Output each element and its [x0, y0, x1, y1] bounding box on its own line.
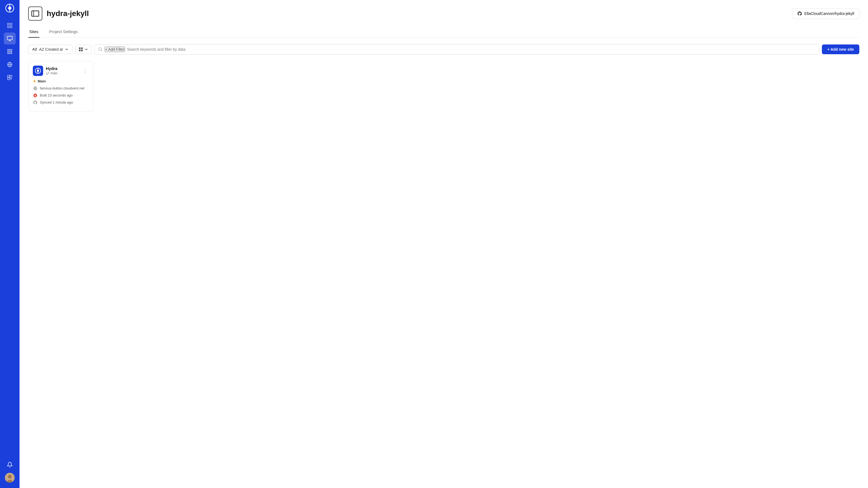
- site-built-time: Built 23 seconds ago: [40, 93, 73, 97]
- sidebar-item-dashboard[interactable]: [4, 20, 16, 31]
- tabs: Sites Project Settings: [28, 26, 859, 38]
- site-domain-row: famous-button.cloudvent.net: [33, 86, 89, 91]
- svg-point-37: [37, 70, 39, 72]
- sort-az-icon: AZ: [32, 47, 37, 51]
- github-link-button[interactable]: EllaCloudCannon/hydra-jekyll: [792, 8, 859, 19]
- site-main-label: Main: [38, 79, 46, 83]
- sidebar-item-apps[interactable]: [4, 45, 16, 58]
- site-domain: famous-button.cloudvent.net: [40, 86, 84, 90]
- add-site-label: + Add new site: [827, 47, 854, 52]
- header-top: hydra-jekyll EllaCloudCannon/hydra-jekyl…: [28, 6, 859, 21]
- sidebar-item-projects[interactable]: [4, 72, 16, 84]
- add-filter-button[interactable]: + Add Filter: [105, 46, 125, 52]
- project-icon: [28, 6, 42, 21]
- sort-label: AZ Created at: [39, 47, 63, 52]
- site-logo: [33, 66, 43, 76]
- tab-project-settings[interactable]: Project Settings: [48, 26, 79, 38]
- search-bar[interactable]: + Add Filter: [94, 44, 819, 55]
- star-icon: ★: [33, 79, 36, 83]
- github-sync-icon: [33, 100, 38, 105]
- svg-point-1: [8, 6, 11, 10]
- site-branch: main: [46, 71, 58, 75]
- site-card-hydra[interactable]: Hydra main: [28, 61, 93, 112]
- svg-line-35: [101, 50, 102, 51]
- site-branch-name: main: [51, 71, 58, 75]
- svg-point-13: [11, 50, 12, 51]
- svg-point-34: [99, 48, 102, 51]
- svg-rect-5: [10, 23, 12, 25]
- site-synced-row: Synced 1 minute ago: [33, 100, 89, 105]
- search-icon: [98, 47, 102, 52]
- project-name: hydra-jekyll: [46, 9, 89, 18]
- sidebar: [0, 0, 20, 488]
- svg-rect-32: [79, 50, 81, 51]
- svg-point-12: [9, 50, 10, 51]
- svg-point-14: [8, 51, 9, 52]
- globe-icon: [33, 86, 38, 91]
- sidebar-nav: [4, 20, 16, 459]
- tab-sites[interactable]: Sites: [28, 26, 39, 38]
- sidebar-item-sites[interactable]: [4, 33, 16, 44]
- chevron-down-icon: [65, 48, 68, 51]
- sidebar-logo: [5, 3, 14, 13]
- sidebar-item-domains[interactable]: [4, 59, 16, 70]
- view-toggle-button[interactable]: [75, 45, 91, 54]
- svg-point-17: [8, 53, 9, 54]
- github-link-label: EllaCloudCannon/hydra-jekyll: [804, 11, 854, 16]
- branch-icon: [46, 72, 50, 75]
- chevron-down-view-icon: [85, 48, 88, 51]
- svg-rect-33: [81, 50, 83, 51]
- svg-rect-6: [8, 26, 9, 28]
- svg-point-16: [11, 51, 12, 52]
- header: hydra-jekyll EllaCloudCannon/hydra-jekyl…: [20, 0, 868, 38]
- svg-point-18: [9, 53, 10, 54]
- site-name: Hydra: [46, 66, 58, 71]
- svg-rect-28: [32, 11, 39, 16]
- svg-rect-23: [10, 75, 12, 77]
- site-star-label: ★ Main: [33, 79, 89, 83]
- content-area: AZ AZ Created at: [20, 38, 868, 488]
- svg-rect-8: [7, 36, 12, 40]
- sort-button[interactable]: AZ AZ Created at: [28, 45, 72, 54]
- main-content: hydra-jekyll EllaCloudCannon/hydra-jekyl…: [20, 0, 868, 488]
- svg-rect-22: [8, 75, 9, 77]
- site-card-header: Hydra main: [33, 66, 89, 76]
- sites-grid: Hydra main: [28, 61, 859, 112]
- sidebar-item-notifications[interactable]: [4, 459, 16, 470]
- add-site-button[interactable]: + Add new site: [822, 44, 859, 54]
- site-more-button[interactable]: ⋮: [82, 67, 89, 75]
- svg-point-26: [8, 475, 12, 479]
- svg-point-11: [8, 50, 9, 51]
- svg-point-15: [9, 51, 10, 52]
- grid-view-icon: [79, 47, 83, 52]
- svg-rect-4: [8, 23, 9, 25]
- toolbar: AZ AZ Created at: [28, 44, 859, 55]
- site-synced-time: Synced 1 minute ago: [40, 100, 73, 104]
- svg-rect-30: [79, 47, 81, 49]
- svg-rect-31: [81, 47, 83, 49]
- svg-point-42: [46, 74, 47, 74]
- svg-point-19: [11, 53, 12, 54]
- avatar[interactable]: [5, 473, 14, 483]
- svg-rect-46: [35, 95, 36, 96]
- build-icon: [33, 93, 38, 98]
- site-card-title-group: Hydra main: [33, 66, 58, 76]
- svg-point-41: [48, 72, 49, 73]
- svg-rect-24: [8, 78, 9, 80]
- project-title: hydra-jekyll: [28, 6, 89, 21]
- site-name-group: Hydra main: [46, 66, 58, 75]
- add-filter-label: + Add Filter: [105, 47, 124, 52]
- search-input[interactable]: [127, 47, 815, 52]
- site-built-row: Built 23 seconds ago: [33, 93, 89, 98]
- svg-rect-7: [10, 26, 12, 28]
- sidebar-bottom: [4, 459, 16, 485]
